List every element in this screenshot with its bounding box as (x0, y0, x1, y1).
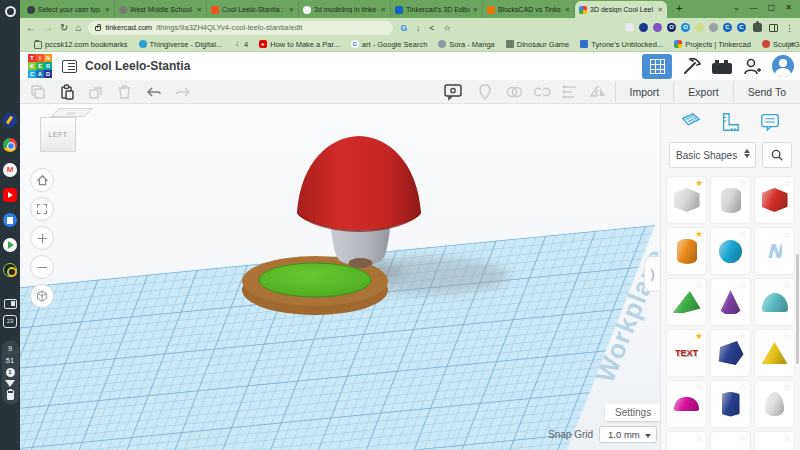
bookmark-item[interactable]: SculptGL - A WebG... (762, 40, 800, 49)
undo-icon[interactable] (145, 85, 162, 99)
notes-tool-icon[interactable] (759, 111, 781, 133)
shape-tile[interactable] (754, 380, 795, 428)
close-button[interactable]: ✕ (785, 3, 792, 12)
favorite-star-icon[interactable] (739, 433, 747, 443)
shape-category-dropdown[interactable]: Basic Shapes (669, 142, 756, 168)
play-store-app-icon[interactable] (3, 238, 17, 252)
extension-icon[interactable]: C (737, 23, 746, 32)
person-add-icon[interactable] (741, 55, 763, 77)
design-properties-icon[interactable] (62, 60, 77, 73)
shape-tile[interactable] (666, 278, 707, 326)
send-to-button[interactable]: Send To (733, 82, 800, 102)
favorite-star-icon[interactable] (695, 229, 703, 239)
home-icon[interactable]: ⌂ (75, 23, 81, 33)
status-tray[interactable]: 9 51 1 (2, 340, 19, 405)
favorite-star-icon[interactable] (739, 178, 747, 188)
forward-icon[interactable]: → (43, 23, 53, 33)
calendar-icon[interactable]: 23 (3, 315, 17, 328)
bookmark-item[interactable]: Projects | Tinkercad (674, 40, 751, 49)
favorite-star-icon[interactable] (739, 382, 747, 392)
paste-icon[interactable] (59, 84, 75, 100)
align-icon[interactable] (561, 84, 579, 100)
shape-tile[interactable]: N (754, 227, 795, 275)
youtube-app-icon[interactable] (3, 188, 17, 202)
minimize-button[interactable]: — (750, 3, 758, 12)
snap-grid-dropdown[interactable]: 1.0 mm (599, 426, 657, 443)
user-avatar[interactable] (772, 55, 794, 77)
browser-tab[interactable]: 3d modeling in tinke ✕ (299, 1, 391, 18)
gmail-app-icon[interactable]: M (3, 163, 17, 177)
ruler-tool-icon[interactable] (719, 111, 741, 133)
screencast-app-icon[interactable] (3, 263, 17, 277)
favorite-star-icon[interactable] (695, 280, 703, 290)
share-icon[interactable]: < (429, 23, 434, 33)
3d-viewport[interactable]: Workplane (20, 104, 660, 450)
extension-icon[interactable]: C (723, 23, 732, 32)
shape-tile[interactable] (754, 278, 795, 326)
shape-tile[interactable] (710, 329, 751, 377)
new-tab-button[interactable]: + (668, 2, 690, 16)
shape-tile[interactable] (754, 176, 795, 224)
shape-tile[interactable] (666, 431, 707, 450)
delete-icon[interactable] (117, 84, 132, 100)
bookmark-item[interactable]: art - Google Search (351, 40, 427, 49)
view-cube[interactable]: TOP LEFT (40, 108, 84, 152)
bookmark-item[interactable]: How to Make a Par... (259, 40, 340, 49)
favorite-star-icon[interactable] (739, 331, 747, 341)
notes-comment-icon[interactable] (443, 83, 463, 101)
bookmark-star-icon[interactable]: ☆ (443, 23, 451, 33)
pickaxe-icon[interactable] (681, 55, 703, 77)
bookmark-item[interactable]: Tyrone's Unblocked... (580, 40, 663, 49)
favorite-star-icon[interactable] (783, 331, 791, 341)
extension-icon[interactable]: O (667, 23, 676, 32)
shape-tile[interactable] (710, 278, 751, 326)
model-canvas[interactable] (20, 104, 660, 450)
bookmark-item[interactable]: Dinosaur Game (506, 40, 570, 49)
maximize-button[interactable]: ▢ (768, 3, 776, 12)
panel-collapse-handle[interactable]: ) (644, 256, 660, 292)
extension-icon[interactable]: O (681, 23, 690, 32)
tab-close-icon[interactable]: ✕ (565, 6, 570, 14)
extension-icon[interactable] (709, 23, 718, 32)
brick-mode-icon[interactable] (712, 63, 732, 74)
import-button[interactable]: Import (615, 82, 674, 102)
favorite-star-icon[interactable] (783, 229, 791, 239)
shape-tile[interactable] (754, 329, 795, 377)
browser-tab[interactable]: Cool Leelo-Stantia : ✕ (207, 1, 299, 18)
workplane-tool-icon[interactable] (680, 111, 702, 133)
launcher-icon[interactable] (5, 6, 16, 17)
extensions-puzzle-icon[interactable] (753, 23, 762, 32)
browser-tab[interactable]: West Middle School ✕ (115, 1, 207, 18)
shape-tile[interactable] (710, 227, 751, 275)
chrome-app-icon[interactable] (3, 138, 17, 152)
tab-close-icon[interactable]: ✕ (658, 6, 663, 14)
workplane-pin-icon[interactable] (477, 83, 493, 101)
3d-design-mode-button[interactable] (642, 54, 672, 79)
favorite-star-icon[interactable] (695, 331, 703, 341)
shape-tile[interactable]: TEXT (666, 329, 707, 377)
ungroup-icon[interactable] (533, 84, 551, 100)
browser-tab[interactable]: Select your user typ ✕ (23, 1, 115, 18)
perspective-toggle-button[interactable] (30, 284, 54, 308)
extension-icon[interactable] (653, 23, 662, 32)
favorite-star-icon[interactable] (739, 280, 747, 290)
browser-tab[interactable]: 3D design Cool Leel ✕ (575, 1, 667, 18)
copy-icon[interactable] (30, 84, 46, 100)
group-icon[interactable] (505, 84, 523, 100)
shape-tile[interactable] (666, 380, 707, 428)
shape-tile[interactable] (754, 431, 795, 450)
download-icon[interactable]: ↓ (416, 23, 420, 33)
zoom-out-button[interactable] (30, 255, 54, 279)
bookmarks-overflow-icon[interactable]: » (789, 39, 794, 49)
panel-scrollbar[interactable] (796, 254, 799, 364)
view-home-button[interactable] (30, 168, 54, 192)
design-title[interactable]: Cool Leelo-Stantia (85, 59, 190, 73)
shape-tile[interactable] (710, 380, 751, 428)
tab-search-icon[interactable]: ⌄ (733, 3, 740, 12)
extension-icon[interactable] (639, 23, 648, 32)
mirror-icon[interactable] (589, 84, 607, 100)
favorite-star-icon[interactable] (695, 433, 703, 443)
favorite-star-icon[interactable] (739, 229, 747, 239)
bookmark-item[interactable]: Sora - Manga (438, 40, 494, 49)
bookmark-item[interactable]: pccsk12.com bookmarks (34, 40, 128, 49)
